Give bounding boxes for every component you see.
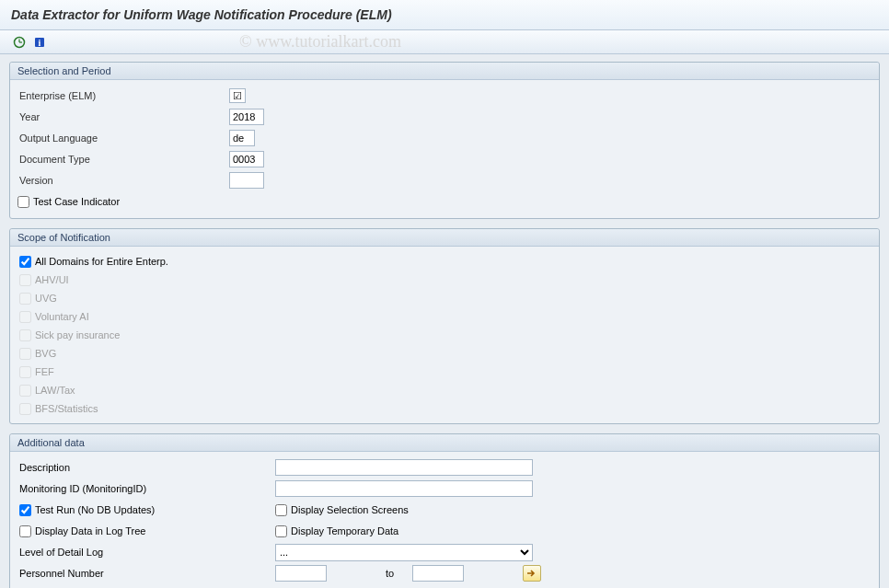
test-run-label: Test Run (No DB Updates) <box>35 504 155 515</box>
fef-checkbox <box>19 366 31 378</box>
output-language-label: Output Language <box>17 133 229 144</box>
document-type-label: Document Type <box>17 154 229 165</box>
detail-log-select[interactable]: ... <box>275 544 533 561</box>
personnel-to-input[interactable] <box>412 565 464 582</box>
display-data-log-checkbox[interactable] <box>19 525 31 537</box>
svg-text:i: i <box>39 38 41 48</box>
description-input[interactable] <box>275 459 533 476</box>
group-scope-notification: Scope of Notification All Domains for En… <box>9 228 880 424</box>
info-icon[interactable]: i <box>31 34 48 51</box>
monitoring-id-input[interactable] <box>275 480 533 497</box>
ahv-ui-checkbox <box>19 274 31 286</box>
all-domains-checkbox[interactable] <box>19 256 31 268</box>
voluntary-ai-label: Voluntary AI <box>35 311 89 322</box>
display-data-log-label: Display Data in Log Tree <box>35 525 145 536</box>
detail-log-label: Level of Detail Log <box>19 547 103 558</box>
uvg-label: UVG <box>35 293 57 304</box>
display-selection-checkbox[interactable] <box>275 504 287 516</box>
group-header-scope: Scope of Notification <box>10 229 879 247</box>
toolbar: i © www.tutorialkart.com <box>0 30 889 54</box>
bfs-statistics-checkbox <box>19 403 31 415</box>
enterprise-label: Enterprise (ELM) <box>17 90 229 101</box>
watermark-text: © www.tutorialkart.com <box>239 32 401 52</box>
execute-icon[interactable] <box>11 34 28 51</box>
law-tax-checkbox <box>19 385 31 397</box>
bvg-label: BVG <box>35 348 56 359</box>
sick-pay-checkbox <box>19 329 31 341</box>
group-selection-period: Selection and Period Enterprise (ELM) ☑ … <box>9 62 880 219</box>
version-input[interactable] <box>229 172 264 189</box>
bvg-checkbox <box>19 348 31 360</box>
ahv-ui-label: AHV/UI <box>35 274 69 285</box>
version-label: Version <box>17 175 229 186</box>
description-label: Description <box>19 462 70 473</box>
display-temporary-label: Display Temporary Data <box>291 525 398 536</box>
year-input[interactable] <box>229 109 264 125</box>
test-run-checkbox[interactable] <box>19 504 31 516</box>
bfs-statistics-label: BFS/Statistics <box>35 403 98 414</box>
uvg-checkbox <box>19 293 31 305</box>
group-additional-data: Additional data Description Monitoring I… <box>9 433 880 588</box>
all-domains-label: All Domains for Entire Enterp. <box>35 256 168 267</box>
personnel-number-label: Personnel Number <box>19 568 104 579</box>
enterprise-checkbox-field[interactable]: ☑ <box>229 88 246 103</box>
display-temporary-checkbox[interactable] <box>275 525 287 537</box>
arrow-right-icon <box>526 569 537 578</box>
output-language-input[interactable] <box>229 130 255 146</box>
test-case-indicator-checkbox[interactable] <box>17 196 29 208</box>
voluntary-ai-checkbox <box>19 311 31 323</box>
page-title: Data Extractor for Uniform Wage Notifica… <box>11 7 878 22</box>
document-type-input[interactable] <box>229 151 264 167</box>
fef-label: FEF <box>35 366 54 377</box>
multiple-selection-button[interactable] <box>523 565 541 582</box>
to-label: to <box>386 568 394 579</box>
title-bar: Data Extractor for Uniform Wage Notifica… <box>0 0 889 30</box>
display-selection-label: Display Selection Screens <box>291 504 409 515</box>
monitoring-id-label: Monitoring ID (MonitoringID) <box>19 483 146 494</box>
year-label: Year <box>17 111 229 122</box>
law-tax-label: LAW/Tax <box>35 385 75 396</box>
test-case-indicator-label: Test Case Indicator <box>33 196 120 207</box>
content-area: Selection and Period Enterprise (ELM) ☑ … <box>0 54 889 588</box>
group-header-additional: Additional data <box>10 434 879 452</box>
personnel-from-input[interactable] <box>275 565 327 582</box>
group-header-selection: Selection and Period <box>10 63 879 80</box>
sick-pay-label: Sick pay insurance <box>35 329 120 340</box>
